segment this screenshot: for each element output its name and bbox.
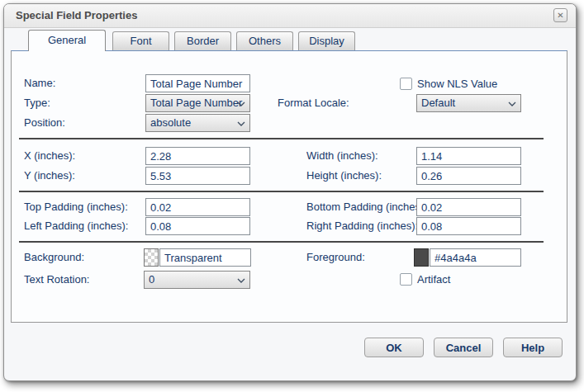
- left-padding-label: Left Padding (inches):: [24, 220, 128, 232]
- ok-button[interactable]: OK: [364, 338, 424, 357]
- type-dropdown-value: Total Page Number: [150, 97, 242, 109]
- name-input[interactable]: [145, 74, 250, 92]
- top-padding-input[interactable]: [145, 198, 250, 216]
- show-nls-value-label: Show NLS Value: [417, 78, 497, 90]
- format-locale-label: Format Locale:: [278, 97, 349, 109]
- tab-font[interactable]: Font: [112, 31, 169, 50]
- foreground-label: Foreground:: [306, 251, 365, 263]
- y-label: Y (inches):: [24, 169, 75, 182]
- type-label: Type:: [24, 97, 50, 109]
- help-button[interactable]: Help: [503, 338, 563, 357]
- format-locale-dropdown-value: Default: [421, 97, 455, 109]
- special-field-properties-dialog: Special Field Properties ✕ General Font …: [3, 3, 577, 381]
- width-input[interactable]: [416, 147, 521, 165]
- text-rotation-dropdown-value: 0: [149, 273, 154, 286]
- artifact-checkbox[interactable]: [400, 273, 412, 286]
- tab-display[interactable]: Display: [298, 31, 355, 50]
- height-input[interactable]: [416, 167, 521, 185]
- artifact-label: Artifact: [417, 273, 450, 286]
- top-padding-label: Top Padding (inches):: [24, 201, 128, 213]
- chevron-down-icon: [237, 102, 245, 106]
- close-icon[interactable]: ✕: [553, 8, 567, 22]
- cancel-button[interactable]: Cancel: [434, 338, 493, 357]
- tab-content-panel: [11, 50, 567, 323]
- section-divider: [19, 191, 544, 192]
- chevron-down-icon: [508, 102, 516, 106]
- position-label: Position:: [24, 116, 65, 129]
- text-rotation-dropdown[interactable]: 0: [144, 271, 250, 289]
- x-input[interactable]: [145, 147, 250, 165]
- bottom-padding-label: Bottom Padding (inches):: [306, 201, 427, 213]
- bottom-padding-input[interactable]: [416, 198, 521, 216]
- show-nls-value-checkbox[interactable]: [400, 78, 412, 90]
- section-divider: [19, 241, 544, 243]
- dialog-title: Special Field Properties: [16, 9, 137, 21]
- text-rotation-label: Text Rotation:: [24, 273, 90, 286]
- foreground-color-swatch[interactable]: [414, 248, 429, 267]
- y-input[interactable]: [145, 167, 250, 185]
- section-divider: [19, 138, 544, 139]
- tab-others[interactable]: Others: [236, 31, 293, 50]
- right-padding-input[interactable]: [416, 217, 521, 235]
- position-dropdown[interactable]: absolute: [145, 114, 250, 132]
- tab-general[interactable]: General: [28, 30, 106, 51]
- chevron-down-icon: [237, 278, 245, 283]
- background-color-swatch[interactable]: [144, 248, 159, 267]
- right-padding-label: Right Padding (inches):: [306, 220, 418, 232]
- background-label: Background:: [24, 251, 84, 263]
- left-padding-input[interactable]: [145, 217, 250, 235]
- width-label: Width (inches):: [306, 149, 378, 162]
- type-dropdown[interactable]: Total Page Number: [145, 94, 250, 112]
- format-locale-dropdown[interactable]: Default: [416, 94, 521, 112]
- position-dropdown-value: absolute: [150, 116, 191, 129]
- chevron-down-icon: [237, 121, 245, 126]
- tab-border[interactable]: Border: [174, 31, 231, 50]
- foreground-input[interactable]: [430, 248, 521, 267]
- title-bar: Special Field Properties ✕: [4, 4, 576, 28]
- name-label: Name:: [24, 77, 55, 89]
- background-input[interactable]: [159, 248, 251, 267]
- x-label: X (inches):: [24, 149, 75, 162]
- height-label: Height (inches):: [306, 169, 382, 182]
